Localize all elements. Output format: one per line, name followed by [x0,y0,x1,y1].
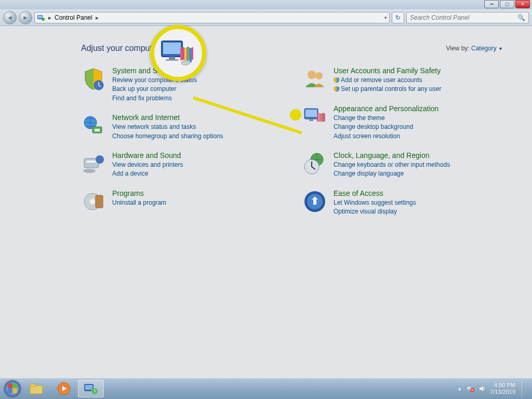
control-panel-icon [37,14,45,22]
tray-volume-icon[interactable] [478,385,486,392]
svg-point-12 [90,199,95,204]
tray-show-hidden-icon[interactable]: ▲ [457,386,462,391]
tray-date: 7/13/2019 [490,389,515,395]
taskbar-media-player[interactable] [51,380,77,397]
search-placeholder: Search Control Panel [410,14,469,21]
navbar: ◄ ► ▸ Control Panel ▸ ▾ ↻ Search Control… [0,9,532,26]
maximize-button[interactable]: ▢ [500,0,514,8]
system-link-2[interactable]: Find and fix problems [112,94,197,103]
network-title[interactable]: Network and Internet [112,113,223,122]
callout-magnifier [150,25,206,81]
ease-link-0[interactable]: Let Windows suggest settings [334,198,416,207]
back-button[interactable]: ◄ [3,11,17,24]
appearance-personalization-icon [302,104,327,129]
category-hardware: Hardware and Sound View devices and prin… [81,151,282,179]
view-by-control[interactable]: View by: Category ▼ [446,45,503,52]
svg-point-9 [96,155,104,164]
close-button[interactable]: ✕ [515,0,530,8]
svg-rect-18 [309,119,313,121]
svg-point-15 [315,72,323,79]
tray-network-icon[interactable] [466,385,474,392]
callout-endpoint [290,109,301,121]
clock-link-1[interactable]: Change display language [334,169,450,178]
ease-of-access-icon [302,189,327,214]
address-bar[interactable]: ▸ Control Panel ▸ ▾ [34,12,390,23]
svg-rect-17 [305,110,317,117]
tray-time: 4:50 PM [490,382,515,389]
uac-shield-icon [334,77,340,83]
hardware-sound-icon [81,151,106,176]
clock-title[interactable]: Clock, Language, and Region [334,151,450,159]
svg-point-27 [181,61,190,65]
user-accounts-icon [302,66,327,91]
taskbar-explorer[interactable] [24,380,50,397]
appearance-link-0[interactable]: Change the theme [334,114,438,123]
svg-rect-13 [96,195,103,208]
appearance-title[interactable]: Appearance and Personalization [334,104,438,113]
programs-icon [81,189,106,214]
programs-title[interactable]: Programs [112,189,166,197]
appearance-link-2[interactable]: Adjust screen resolution [334,132,438,141]
search-box[interactable]: Search Control Panel 🔍 [406,12,529,23]
hardware-title[interactable]: Hardware and Sound [112,151,183,159]
ease-link-1[interactable]: Optimize visual display [334,207,416,216]
svg-rect-26 [166,59,178,61]
start-button[interactable] [2,379,23,398]
programs-link-0[interactable]: Uninstall a program [112,198,166,207]
address-dropdown[interactable]: ▾ [384,15,387,20]
users-link-0[interactable]: Add or remove user accounts [334,76,441,85]
svg-point-14 [308,71,316,79]
category-programs: Programs Uninstall a program [81,189,282,214]
system-tray: ▲ 4:50 PM 7/13/2019 [457,379,530,398]
svg-rect-8 [86,161,97,163]
search-icon: 🔍 [517,14,525,21]
svg-rect-25 [169,57,175,59]
appearance-link-1[interactable]: Change desktop background [334,123,438,131]
network-link-1[interactable]: Choose homegroup and sharing options [112,132,223,141]
refresh-button[interactable]: ↻ [392,12,404,23]
taskbar-control-panel[interactable] [78,380,104,397]
svg-rect-1 [38,16,42,18]
category-ease: Ease of Access Let Windows suggest setti… [302,189,503,217]
chevron-down-icon: ▼ [498,46,503,51]
users-title[interactable]: User Accounts and Family Safety [334,66,441,75]
hardware-link-0[interactable]: View devices and printers [112,161,183,169]
svg-point-2 [42,18,45,21]
view-by-label: View by: [446,45,470,52]
svg-rect-33 [85,385,92,390]
hardware-link-1[interactable]: Add a device [112,169,183,178]
window-controls: ━ ▢ ✕ [484,0,530,8]
clock-link-0[interactable]: Change keyboards or other input methods [334,161,450,169]
content-area: Adjust your computer's settings View by:… [0,26,532,378]
ease-title[interactable]: Ease of Access [334,189,416,197]
system-security-icon [81,66,106,91]
svg-rect-24 [163,43,181,54]
appearance-icon-large [159,38,197,68]
category-clock: Clock, Language, and Region Change keybo… [302,151,503,179]
minimize-button[interactable]: ━ [484,0,499,8]
clock-language-icon [302,151,327,176]
network-link-0[interactable]: View network status and tasks [112,123,223,131]
category-grid: System and Security Review your computer… [81,66,503,217]
tray-clock[interactable]: 4:50 PM 7/13/2019 [490,382,515,395]
taskbar: ▲ 4:50 PM 7/13/2019 [0,378,532,399]
breadcrumb-sep: ▸ [48,14,51,21]
uac-shield-icon [334,86,340,92]
forward-button[interactable]: ► [19,11,32,24]
view-by-value: Category [471,45,497,52]
svg-point-10 [83,169,96,173]
network-internet-icon [81,113,106,138]
titlebar: ━ ▢ ✕ [0,0,532,9]
breadcrumb-root[interactable]: Control Panel [55,14,92,21]
svg-rect-6 [95,129,100,131]
show-desktop-button[interactable] [522,379,527,398]
svg-rect-30 [30,384,35,387]
users-link-1[interactable]: Set up parental controls for any user [334,85,441,94]
category-appearance: Appearance and Personalization Change th… [302,104,503,141]
system-link-1[interactable]: Back up your computer [112,85,197,94]
breadcrumb-sep-2: ▸ [96,14,99,21]
category-users: User Accounts and Family Safety Add or r… [302,66,503,94]
